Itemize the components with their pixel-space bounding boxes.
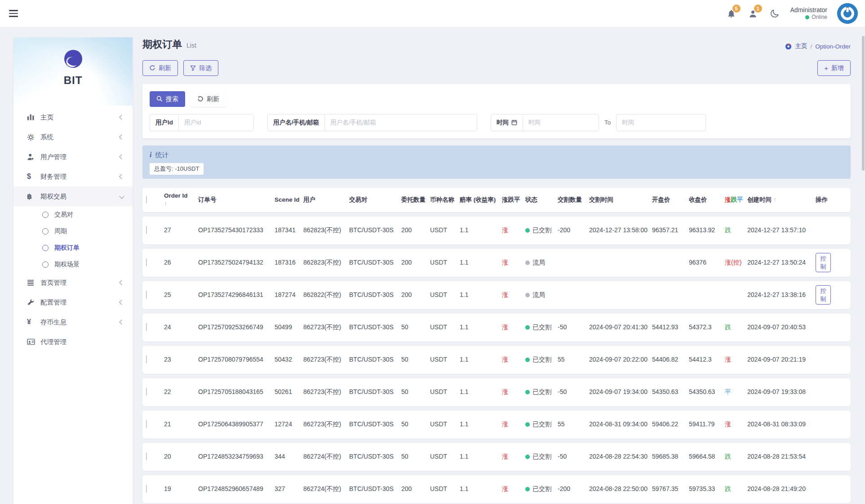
chevron-left-icon [119, 174, 124, 179]
control-button[interactable]: 控制 [816, 285, 831, 305]
header-pair: 交易对 [349, 196, 401, 204]
chevron-down-icon [119, 194, 124, 199]
sidebar-item-option-trading[interactable]: ฿ 期权交易 [13, 186, 133, 206]
scrollbar[interactable] [861, 27, 865, 504]
cell-result: 跌 [725, 323, 731, 331]
row-checkbox[interactable] [146, 485, 147, 493]
status-dot-icon [525, 358, 530, 362]
sidebar-subitem-trading-pair[interactable]: 交易对 [13, 206, 133, 223]
menu-toggle-button[interactable] [9, 9, 21, 18]
circle-icon [42, 261, 49, 268]
cell-order-no: OP1724852960657489 [198, 485, 263, 492]
sidebar-item-config-management[interactable]: 配置管理 [13, 292, 133, 312]
cell-order-no: OP1724853234759693 [198, 453, 263, 460]
filter-button[interactable]: 筛选 [183, 60, 218, 76]
user-meta: Administrator Online [790, 6, 827, 21]
user-name: Administrator [790, 6, 827, 14]
breadcrumb-home[interactable]: 主页 [795, 42, 807, 50]
user-id-input[interactable] [179, 115, 253, 131]
user-requests-button[interactable]: 1 [747, 8, 759, 19]
user-field-group: 用户名/手机/邮箱 [267, 114, 477, 131]
cell-side: 涨 [502, 485, 508, 492]
user-input[interactable] [325, 115, 477, 131]
header-status: 状态 [525, 196, 558, 204]
cell-scene-id: 327 [275, 485, 285, 492]
cell-created: 2024-12-27 13:38:16 [747, 291, 806, 298]
cell-coin: USDT [430, 420, 447, 428]
sidebar-item-deposit-interest[interactable]: ¥ 存币生息 [13, 312, 133, 332]
id-card-icon [27, 339, 40, 345]
row-checkbox[interactable] [146, 323, 147, 331]
cell-status: 已交割 [525, 485, 551, 492]
main-content: 期权订单 List 主页 / Option-Order 刷新 筛选 + 新增 [142, 27, 851, 503]
cell-status: 流局 [525, 291, 545, 298]
table-row: 20OP1724853234759693344862724(不控)BTC/USD… [142, 443, 851, 471]
cell-settle-amount: 55 [558, 356, 565, 363]
add-button[interactable]: + 新增 [817, 60, 851, 76]
row-checkbox[interactable] [146, 388, 147, 396]
sidebar-item-finance-management[interactable]: $ 财务管理 [13, 167, 133, 186]
header-created[interactable]: 创建时间 ↑ [747, 196, 816, 204]
cell-result: 涨 [725, 356, 731, 363]
header-order-id[interactable]: Order Id ↑ [164, 192, 198, 208]
cell-order-no: OP1735275430172333 [198, 226, 263, 234]
avatar-logo-icon [837, 3, 858, 24]
sidebar-subitem-option-scene[interactable]: 期权场景 [13, 256, 133, 273]
select-all-checkbox[interactable] [146, 196, 147, 203]
sidebar-item-agent-management[interactable]: 代理管理 [13, 332, 133, 352]
status-dot-icon [525, 325, 530, 330]
sidebar-item-dashboard[interactable]: 主页 [13, 107, 133, 127]
cell-user: 862723(不控) [303, 388, 341, 395]
cell-order-no: OP1725708079796554 [198, 356, 263, 363]
cell-odds: 1.1 [460, 485, 468, 492]
sidebar-item-homepage-management[interactable]: 首页管理 [13, 273, 133, 292]
sidebar-item-label: 代理管理 [40, 338, 124, 346]
cell-settle-amount: -50 [558, 453, 567, 460]
stats-title: 统计 [155, 151, 169, 159]
cell-created: 2024-09-07 20:40:53 [747, 323, 806, 331]
row-checkbox[interactable] [146, 420, 147, 428]
dark-mode-toggle[interactable] [769, 8, 781, 19]
cell-side: 涨 [502, 420, 508, 428]
refresh-icon [149, 65, 155, 71]
cell-odds: 1.1 [460, 420, 468, 428]
cell-side: 涨 [502, 323, 508, 331]
user-avatar[interactable] [837, 3, 858, 24]
notifications-button[interactable]: 5 [726, 8, 737, 19]
control-button[interactable]: 控制 [816, 253, 831, 272]
status-dot-icon [525, 261, 530, 265]
search-button[interactable]: 搜索 [150, 91, 185, 107]
cell-coin: USDT [430, 388, 447, 395]
cell-created: 2024-12-27 13:57:10 [747, 226, 806, 234]
wrench-icon [27, 299, 40, 306]
row-checkbox[interactable] [146, 258, 147, 266]
funnel-icon [190, 65, 196, 71]
row-checkbox[interactable] [146, 291, 147, 299]
sidebar-subitem-option-order[interactable]: 期权订单 [13, 239, 133, 256]
row-checkbox[interactable] [146, 226, 147, 234]
header-side: 涨跌平 [502, 196, 525, 204]
cell-side: 涨 [502, 453, 508, 460]
cell-close-price: 59411.79 [689, 420, 714, 428]
cell-status: 已交割 [525, 226, 551, 234]
time-start-input[interactable] [523, 115, 599, 131]
calendar-icon [511, 119, 517, 125]
row-checkbox[interactable] [146, 355, 147, 363]
cell-result: 跌 [725, 226, 731, 234]
time-end-input[interactable] [616, 114, 706, 131]
reset-button[interactable]: 刷新 [191, 91, 226, 107]
sidebar-item-user-management[interactable]: 用户管理 [13, 147, 133, 167]
refresh-button[interactable]: 刷新 [142, 60, 178, 76]
sidebar-item-label: 存币生息 [40, 318, 120, 327]
cell-scene-id: 187274 [275, 291, 296, 298]
scrollbar-thumb[interactable] [862, 36, 865, 171]
sidebar-subitem-period[interactable]: 周期 [13, 223, 133, 239]
cell-close-price: 54412.3 [689, 356, 712, 363]
row-checkbox[interactable] [146, 452, 147, 460]
cell-settle-time: 2024-08-28 22:50:00 [589, 485, 648, 492]
cell-created: 2024-09-07 19:33:08 [747, 388, 806, 395]
list-icon [27, 279, 40, 286]
to-label: To [604, 119, 611, 126]
sidebar-item-system[interactable]: 系统 [13, 127, 133, 147]
cell-status: 已交割 [525, 356, 551, 363]
